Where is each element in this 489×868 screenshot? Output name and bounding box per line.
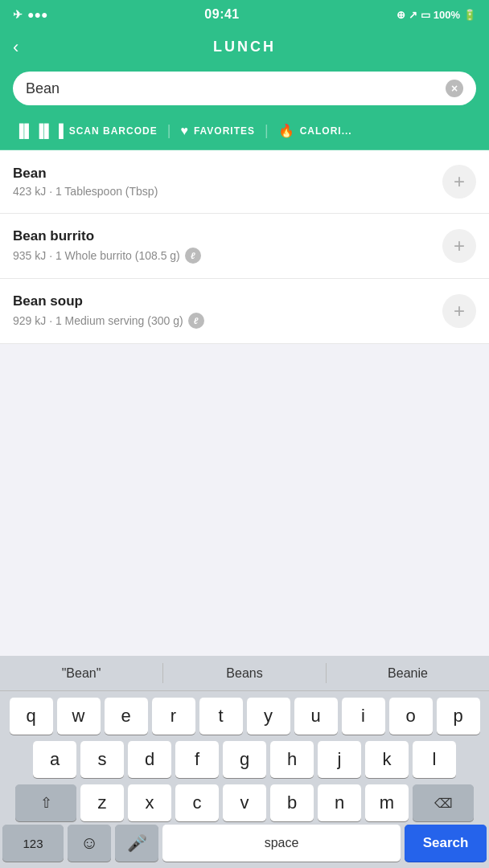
key-t[interactable]: t — [199, 698, 243, 735]
search-clear-button[interactable]: × — [446, 80, 463, 97]
result-meta-1: 423 kJ · 1 Tablespoon (Tbsp) — [13, 185, 442, 198]
search-bar-container: × — [0, 65, 489, 118]
key-x[interactable]: x — [128, 784, 171, 821]
delete-key[interactable]: ⌫ — [413, 784, 474, 821]
result-info-1: Bean 423 kJ · 1 Tablespoon (Tbsp) — [13, 166, 442, 198]
mic-key[interactable]: 🎤 — [115, 825, 158, 862]
key-h[interactable]: h — [270, 741, 314, 778]
keyboard-suggestions: "Bean" Beans Beanie — [0, 656, 489, 691]
status-bar: ✈ ●●● 09:41 ⊕ ↗ ▭ 100% 🔋 — [0, 0, 489, 29]
plane-icon: ✈ — [13, 8, 23, 21]
key-u[interactable]: u — [294, 698, 338, 735]
key-c[interactable]: c — [175, 784, 219, 821]
key-e[interactable]: e — [105, 698, 148, 735]
result-meta-2: 935 kJ · 1 Whole burrito (108.5 g) ℓ — [13, 248, 442, 264]
scan-barcode-button[interactable]: ▐▌▐▌▐ SCAN BARCODE — [6, 119, 166, 143]
signal-bars: ●●● — [27, 8, 47, 21]
premium-badge-3: ℓ — [188, 313, 204, 329]
search-input[interactable] — [26, 80, 439, 97]
key-g[interactable]: g — [223, 741, 266, 778]
calorie-label: CALORI... — [300, 125, 352, 137]
key-l[interactable]: l — [413, 741, 456, 778]
key-r[interactable]: r — [152, 698, 195, 735]
suggestion-bean-quoted[interactable]: "Bean" — [0, 656, 162, 690]
barcode-icon: ▐▌▐▌▐ — [14, 124, 64, 138]
key-n[interactable]: n — [318, 784, 361, 821]
separator-1: | — [167, 122, 171, 139]
key-b[interactable]: b — [270, 784, 314, 821]
result-info-2: Bean burrito 935 kJ · 1 Whole burrito (1… — [13, 228, 442, 264]
key-row-3: ⇧ z x c v b n m ⌫ — [2, 784, 487, 821]
key-s[interactable]: s — [80, 741, 124, 778]
key-o[interactable]: o — [389, 698, 433, 735]
key-i[interactable]: i — [342, 698, 385, 735]
space-key[interactable]: space — [162, 825, 401, 862]
screen-icon: ▭ — [421, 9, 430, 21]
key-w[interactable]: w — [57, 698, 101, 735]
table-row[interactable]: Bean soup 929 kJ · 1 Medium serving (300… — [0, 279, 489, 344]
status-right: ⊕ ↗ ▭ 100% 🔋 — [397, 9, 476, 21]
keyboard-bottom-row: 123 ☺ 🎤 space Search — [0, 825, 489, 868]
result-info-3: Bean soup 929 kJ · 1 Medium serving (300… — [13, 293, 442, 329]
key-row-1: q w e r t y u i o p — [2, 698, 487, 735]
keyboard: "Bean" Beans Beanie q w e r t y u i o p … — [0, 656, 489, 868]
result-name-3: Bean soup — [13, 293, 442, 309]
search-key[interactable]: Search — [405, 825, 487, 862]
keyboard-rows: q w e r t y u i o p a s d f g h j k l ⇧ … — [0, 691, 489, 825]
back-button[interactable]: ‹ — [13, 37, 18, 58]
separator-2: | — [265, 122, 269, 139]
page-title: LUNCH — [213, 39, 276, 55]
shift-key[interactable]: ⇧ — [15, 784, 76, 821]
suggestion-beanie[interactable]: Beanie — [327, 656, 489, 690]
key-p[interactable]: p — [437, 698, 480, 735]
key-j[interactable]: j — [318, 741, 361, 778]
add-food-button-1[interactable]: + — [442, 165, 476, 199]
result-meta-3: 929 kJ · 1 Medium serving (300 g) ℓ — [13, 313, 442, 329]
search-bar: × — [13, 72, 476, 105]
heart-icon: ♥ — [180, 124, 189, 138]
suggestion-beans[interactable]: Beans — [163, 656, 326, 690]
favorites-button[interactable]: ♥ FAVORITES — [172, 119, 263, 143]
location-icon: ⊕ — [397, 9, 405, 21]
key-a[interactable]: a — [33, 741, 76, 778]
scan-barcode-label: SCAN BARCODE — [69, 125, 158, 137]
add-food-button-2[interactable]: + — [442, 229, 476, 263]
results-list: Bean 423 kJ · 1 Tablespoon (Tbsp) + Bean… — [0, 150, 489, 344]
result-name-1: Bean — [13, 166, 442, 182]
key-m[interactable]: m — [365, 784, 409, 821]
header: ‹ LUNCH — [0, 29, 489, 65]
key-row-2: a s d f g h j k l — [2, 741, 487, 778]
quick-actions-bar: ▐▌▐▌▐ SCAN BARCODE | ♥ FAVORITES | 🔥 CAL… — [0, 118, 489, 150]
battery-percent: 100% — [434, 9, 460, 21]
key-q[interactable]: q — [10, 698, 53, 735]
key-k[interactable]: k — [365, 741, 409, 778]
numbers-key[interactable]: 123 — [2, 825, 64, 862]
key-v[interactable]: v — [223, 784, 266, 821]
battery-icon: 🔋 — [463, 9, 476, 21]
favorites-label: FAVORITES — [194, 125, 255, 137]
status-left: ✈ ●●● — [13, 8, 47, 21]
key-y[interactable]: y — [247, 698, 290, 735]
key-f[interactable]: f — [175, 741, 219, 778]
table-row[interactable]: Bean burrito 935 kJ · 1 Whole burrito (1… — [0, 214, 489, 279]
table-row[interactable]: Bean 423 kJ · 1 Tablespoon (Tbsp) + — [0, 150, 489, 214]
premium-badge-2: ℓ — [185, 248, 201, 264]
add-food-button-3[interactable]: + — [442, 294, 476, 328]
calorie-button[interactable]: 🔥 CALORI... — [270, 118, 360, 143]
key-z[interactable]: z — [80, 784, 124, 821]
status-time: 09:41 — [204, 7, 239, 22]
arrow-icon: ↗ — [409, 9, 417, 21]
emoji-key[interactable]: ☺ — [68, 825, 111, 862]
flame-icon: 🔥 — [278, 123, 295, 138]
key-d[interactable]: d — [128, 741, 171, 778]
result-name-2: Bean burrito — [13, 228, 442, 244]
